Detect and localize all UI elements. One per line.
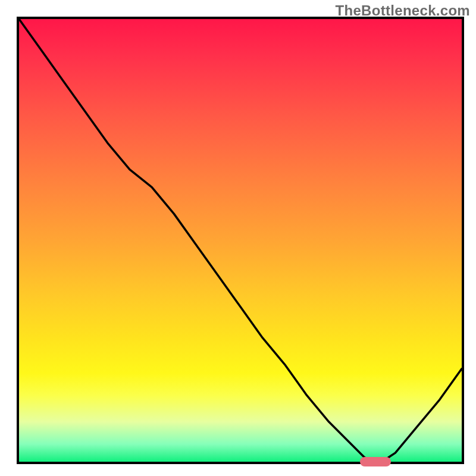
chart-container: TheBottleneck.com [0,0,476,476]
curve-svg [19,19,462,462]
optimal-marker [360,457,391,466]
watermark-text: TheBottleneck.com [336,2,470,19]
bottleneck-curve [19,19,462,462]
plot-area [17,17,464,464]
